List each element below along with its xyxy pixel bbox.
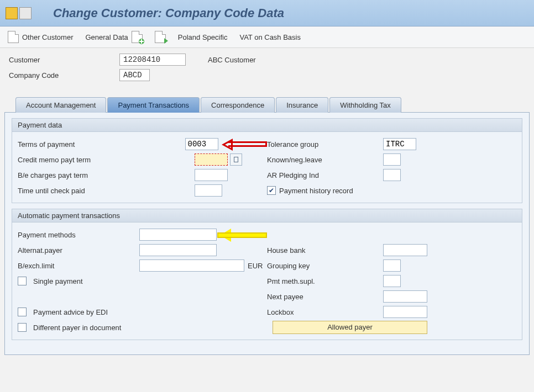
page-forward-button[interactable] (155, 31, 166, 43)
header-fields: Customer ABC Customer Company Code (0, 48, 534, 87)
tab-withholding-tax[interactable]: Withholding Tax (329, 97, 401, 113)
bexch-limit-label: B/exch.limit (18, 262, 139, 270)
automatic-payment-group: Automatic payment transactions Payment m… (12, 209, 522, 340)
automatic-payment-title: Automatic payment transactions (12, 209, 522, 223)
grouping-key-field[interactable] (383, 259, 401, 272)
grouping-key-label: Grouping key (267, 262, 383, 270)
tab-insurance[interactable]: Insurance (276, 97, 328, 113)
known-neg-label: Known/neg.leave (267, 156, 383, 164)
bexch-unit: EUR (248, 262, 263, 270)
ar-pledging-label: AR Pledging Ind (267, 171, 383, 179)
other-customer-label: Other Customer (22, 33, 73, 41)
known-neg-field[interactable] (383, 153, 401, 166)
general-data-button[interactable]: General Data (85, 31, 142, 43)
title-bar: Change Customer: Company Code Data (0, 0, 534, 27)
other-customer-button[interactable]: Other Customer (8, 31, 73, 43)
payment-history-label: Payment history record (279, 187, 353, 195)
tab-payment-transactions[interactable]: Payment Transactions (107, 97, 200, 113)
terms-of-payment-label: Terms of payment (18, 140, 139, 149)
poland-specific-label: Poland Specific (178, 33, 228, 41)
pmt-meth-supl-field[interactable] (383, 275, 401, 287)
other-customer-icon (8, 31, 19, 43)
general-data-label: General Data (85, 33, 128, 41)
app-icon (6, 4, 36, 22)
credit-memo-label: Credit memo payt term (18, 156, 139, 164)
tab-body: Payment data Terms of payment Tolerance … (4, 112, 530, 355)
payment-methods-label: Payment methods (18, 231, 139, 239)
credit-memo-field[interactable] (195, 153, 228, 166)
single-payment-checkbox[interactable] (18, 277, 27, 285)
house-bank-label: House bank (267, 246, 383, 255)
alt-payer-field[interactable] (139, 244, 217, 256)
bexch-limit-field[interactable] (139, 259, 244, 272)
house-bank-field[interactable] (383, 244, 427, 256)
company-code-label: Company Code (9, 71, 119, 80)
customer-label: Customer (9, 56, 119, 64)
payment-methods-field[interactable] (139, 229, 217, 241)
be-charges-field[interactable] (195, 169, 228, 181)
ar-pledging-field[interactable] (383, 169, 401, 181)
time-check-label: Time until check paid (18, 187, 139, 195)
customer-name: ABC Customer (208, 56, 256, 64)
red-arrow-annotation (222, 138, 268, 150)
page-forward-icon (155, 31, 166, 43)
payment-data-title: Payment data (12, 119, 522, 132)
single-payment-label: Single payment (33, 277, 83, 285)
time-check-field[interactable] (195, 184, 222, 197)
page-title: Change Customer: Company Code Data (53, 6, 284, 20)
different-payer-label: Different payer in document (33, 324, 121, 332)
customer-field[interactable] (119, 54, 186, 66)
lockbox-field[interactable] (383, 306, 427, 318)
application-toolbar: Other Customer General Data Poland Speci… (0, 27, 534, 48)
vat-cash-label: VAT on Cash Basis (239, 33, 301, 41)
page-add-icon (132, 31, 143, 43)
pmt-meth-supl-label: Pmt meth.supl. (267, 277, 383, 285)
terms-of-payment-field[interactable] (185, 138, 218, 150)
payment-history-checkbox[interactable] (267, 186, 276, 195)
payment-advice-edi-checkbox[interactable] (18, 308, 27, 316)
tolerance-group-label: Tolerance group (267, 140, 383, 149)
yellow-arrow-annotation (220, 229, 267, 241)
vat-cash-button[interactable]: VAT on Cash Basis (239, 33, 301, 41)
payment-data-group: Payment data Terms of payment Tolerance … (12, 118, 522, 203)
next-payee-field[interactable] (383, 290, 427, 303)
lockbox-label: Lockbox (267, 308, 383, 316)
company-code-field[interactable] (119, 69, 150, 81)
payment-advice-edi-label: Payment advice by EDI (33, 308, 108, 316)
f4-icon (234, 157, 238, 162)
poland-specific-button[interactable]: Poland Specific (178, 33, 228, 41)
be-charges-label: B/e charges payt term (18, 171, 139, 179)
different-payer-checkbox[interactable] (18, 323, 27, 332)
allowed-payer-button[interactable]: Allowed payer (273, 321, 427, 334)
alt-payer-label: Alternat.payer (18, 246, 139, 255)
tab-correspondence[interactable]: Correspondence (201, 97, 275, 113)
credit-memo-f4-help[interactable] (230, 153, 242, 166)
tabstrip: Account Management Payment Transactions … (4, 97, 530, 112)
tolerance-group-field[interactable] (383, 138, 416, 150)
tab-account-management[interactable]: Account Management (15, 97, 106, 113)
next-payee-label: Next payee (267, 293, 383, 301)
